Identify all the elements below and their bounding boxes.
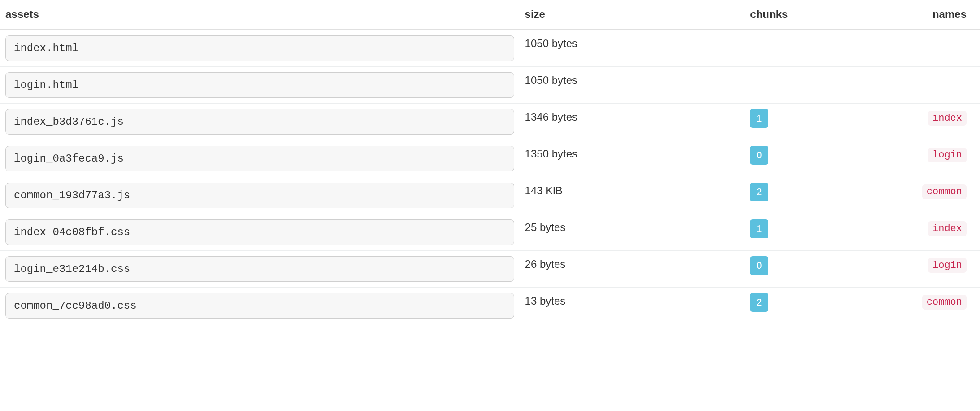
- cell-size: 143 KiB: [520, 177, 745, 214]
- header-assets: assets: [0, 0, 520, 30]
- chunk-badge[interactable]: 1: [750, 109, 768, 128]
- cell-size: 1346 bytes: [520, 104, 745, 140]
- cell-asset: index_b3d3761c.js: [0, 104, 520, 140]
- table-row: index_b3d3761c.js1346 bytes1index: [0, 104, 980, 140]
- chunk-badge[interactable]: 0: [750, 146, 768, 165]
- header-names: names: [882, 0, 980, 30]
- cell-asset: index.html: [0, 30, 520, 67]
- chunk-badge[interactable]: 1: [750, 219, 768, 238]
- cell-name: index: [882, 214, 980, 251]
- cell-chunks: 0: [745, 251, 882, 288]
- table-row: login.html1050 bytes: [0, 67, 980, 104]
- chunk-badge[interactable]: 0: [750, 256, 768, 275]
- cell-asset: login_e31e214b.css: [0, 251, 520, 288]
- chunk-badge[interactable]: 2: [750, 183, 768, 201]
- cell-size: 1050 bytes: [520, 30, 745, 67]
- asset-filename: common_7cc98ad0.css: [5, 293, 514, 319]
- cell-chunks: 2: [745, 288, 882, 324]
- cell-size: 13 bytes: [520, 288, 745, 324]
- name-tag: login: [928, 148, 967, 162]
- asset-filename: common_193d77a3.js: [5, 183, 514, 208]
- chunk-badge[interactable]: 2: [750, 293, 768, 312]
- header-size: size: [520, 0, 745, 30]
- asset-filename: login_e31e214b.css: [5, 256, 514, 282]
- cell-asset: index_04c08fbf.css: [0, 214, 520, 251]
- assets-table: assets size chunks names index.html1050 …: [0, 0, 980, 324]
- table-row: login_e31e214b.css26 bytes0login: [0, 251, 980, 288]
- cell-name: [882, 30, 980, 67]
- name-tag: common: [922, 184, 967, 199]
- cell-size: 1350 bytes: [520, 140, 745, 177]
- cell-chunks: 1: [745, 214, 882, 251]
- cell-chunks: [745, 67, 882, 104]
- cell-name: common: [882, 177, 980, 214]
- table-row: index_04c08fbf.css25 bytes1index: [0, 214, 980, 251]
- table-row: index.html1050 bytes: [0, 30, 980, 67]
- name-tag: login: [928, 258, 967, 273]
- cell-chunks: [745, 30, 882, 67]
- cell-name: login: [882, 251, 980, 288]
- asset-filename: index.html: [5, 35, 514, 61]
- cell-asset: common_193d77a3.js: [0, 177, 520, 214]
- asset-filename: index_b3d3761c.js: [5, 109, 514, 135]
- table-header-row: assets size chunks names: [0, 0, 980, 30]
- asset-filename: login.html: [5, 72, 514, 98]
- header-chunks: chunks: [745, 0, 882, 30]
- table-row: login_0a3feca9.js1350 bytes0login: [0, 140, 980, 177]
- cell-size: 25 bytes: [520, 214, 745, 251]
- name-tag: common: [922, 295, 967, 310]
- table-row: common_7cc98ad0.css13 bytes2common: [0, 288, 980, 324]
- table-row: common_193d77a3.js143 KiB2common: [0, 177, 980, 214]
- cell-chunks: 1: [745, 104, 882, 140]
- cell-chunks: 2: [745, 177, 882, 214]
- name-tag: index: [928, 111, 967, 126]
- asset-filename: login_0a3feca9.js: [5, 146, 514, 171]
- cell-size: 26 bytes: [520, 251, 745, 288]
- cell-name: common: [882, 288, 980, 324]
- cell-name: index: [882, 104, 980, 140]
- cell-name: [882, 67, 980, 104]
- cell-size: 1050 bytes: [520, 67, 745, 104]
- asset-filename: index_04c08fbf.css: [5, 219, 514, 245]
- name-tag: index: [928, 221, 967, 236]
- cell-name: login: [882, 140, 980, 177]
- cell-asset: common_7cc98ad0.css: [0, 288, 520, 324]
- cell-chunks: 0: [745, 140, 882, 177]
- cell-asset: login.html: [0, 67, 520, 104]
- cell-asset: login_0a3feca9.js: [0, 140, 520, 177]
